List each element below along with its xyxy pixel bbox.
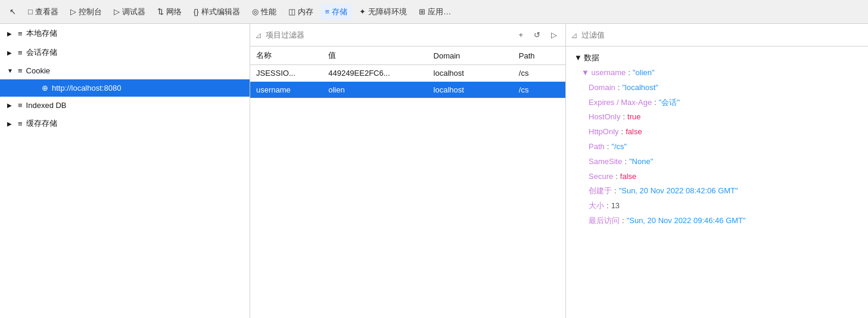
right-panel-toolbar: ⊿ (566, 24, 868, 47)
style-editor-icon: {} (194, 7, 199, 16)
right-panel-content: ▼ ▼ 数据 数据 ▼ username : "olien" Domain: "… (566, 47, 868, 318)
toolbar-cursor[interactable]: ↖ (5, 5, 21, 18)
table-row[interactable]: JSESSIO...449249EE2FC6...localhost/cs (250, 65, 565, 82)
col-header-path: Path (513, 47, 565, 65)
detail-key: HostOnly (589, 111, 620, 124)
col-header-name: 名称 (250, 47, 322, 65)
db-icon-session: ≡ (18, 48, 23, 57)
data-section-title: ▼ ▼ 数据 数据 (574, 53, 860, 63)
detail-value: 13 (611, 200, 620, 212)
sidebar-item-cookie[interactable]: ▼ ≡ Cookie (0, 62, 250, 79)
plus-icon: + (518, 30, 523, 39)
detail-row: HttpOnly: false (589, 126, 860, 138)
cursor-icon: ↖ (10, 7, 16, 16)
cell-value: olien (322, 82, 427, 98)
globe-icon: ⊕ (42, 84, 48, 92)
sidebar-item-cache-storage[interactable]: ▶ ≡ 缓存存储 (0, 114, 250, 133)
refresh-button[interactable]: ↺ (530, 29, 544, 41)
detail-key: Secure (589, 171, 613, 183)
username-colon: : (628, 67, 630, 79)
console-label: 控制台 (79, 7, 102, 17)
detail-value: "/cs" (611, 141, 627, 153)
right-panel: ⊿ ▼ ▼ 数据 数据 ▼ username : "olien" Domain:… (566, 24, 868, 318)
cell-domain: localhost (428, 65, 513, 82)
performance-icon: ◎ (252, 7, 259, 16)
detail-row: 创建于: "Sun, 20 Nov 2022 08:42:06 GMT" (589, 185, 860, 197)
refresh-icon: ↺ (534, 30, 540, 39)
data-arrow-down-icon: ▼ (574, 53, 584, 62)
console-icon: ▷ (70, 7, 76, 16)
arrow-down-icon-cookie: ▼ (7, 67, 14, 74)
sidebar-label-cache-storage: 缓存存储 (26, 118, 57, 129)
viewer-icon: □ (28, 7, 33, 16)
username-key: ▼ username (581, 67, 626, 79)
application-label: 应用… (428, 7, 451, 17)
play-icon: ▷ (551, 30, 557, 39)
add-item-button[interactable]: + (515, 29, 527, 41)
detail-row: Path: "/cs" (589, 141, 860, 153)
cookie-table: 名称 值 Domain Path JSESSIO...449 (250, 47, 565, 98)
detail-row: 大小: 13 (589, 200, 860, 212)
toolbar-viewer[interactable]: □ 查看器 (23, 4, 63, 20)
toolbar-style-editor[interactable]: {} 样式编辑器 (189, 4, 245, 20)
sidebar-item-session-storage[interactable]: ▶ ≡ 会话存储 (0, 43, 250, 62)
middle-panel: ⊿ + ↺ ▷ 名称 (250, 24, 566, 318)
detail-key: 创建于 (589, 185, 612, 197)
middle-panel-toolbar: ⊿ + ↺ ▷ (250, 24, 565, 47)
detail-value: "Sun, 20 Nov 2022 09:46:46 GMT" (627, 215, 746, 227)
storage-label: 存储 (332, 7, 347, 17)
toolbar-memory[interactable]: ◫ 内存 (284, 4, 318, 20)
sidebar-item-localhost[interactable]: ▶ ⊕ http://localhost:8080 (0, 79, 250, 97)
value-filter-input[interactable] (581, 30, 863, 39)
col-header-domain: Domain (428, 47, 513, 65)
cell-path: /cs (513, 82, 565, 98)
play-button[interactable]: ▷ (547, 29, 561, 41)
toolbar-debugger[interactable]: ▷ 调试器 (109, 4, 150, 20)
table-header-row: 名称 值 Domain Path (250, 47, 565, 65)
cell-domain: localhost (428, 82, 513, 98)
detail-value: "localhost" (622, 82, 658, 94)
detail-key: Path (589, 141, 605, 153)
toolbar-console[interactable]: ▷ 控制台 (66, 4, 107, 20)
detail-key: 大小 (589, 200, 604, 212)
cookie-table-body: JSESSIO...449249EE2FC6...localhost/csuse… (250, 65, 565, 98)
toolbar-accessibility[interactable]: ✦ 无障碍环境 (354, 4, 412, 20)
application-icon: ⊞ (419, 7, 425, 16)
detail-rows: Domain: "localhost"Expires / Max-Age: "会… (589, 82, 860, 227)
sidebar-label-indexed-db: Indexed DB (26, 101, 67, 110)
filter-icon-right: ⊿ (571, 30, 578, 40)
detail-key: SameSite (589, 156, 622, 168)
toolbar-network[interactable]: ⇅ 网络 (153, 4, 186, 20)
detail-key: Domain (589, 82, 615, 94)
sidebar-item-indexed-db[interactable]: ▶ ≡ Indexed DB (0, 97, 250, 114)
sidebar: ▶ ≡ 本地存储 ▶ ≡ 会话存储 ▼ ≡ Cookie ▶ ⊕ http://… (0, 24, 250, 318)
debugger-label: 调试器 (122, 7, 145, 17)
username-value: "olien" (633, 67, 655, 79)
db-icon-cache: ≡ (18, 119, 23, 128)
sidebar-label-session-storage: 会话存储 (26, 47, 57, 58)
detail-value: true (627, 111, 640, 124)
db-icon-indexed: ≡ (18, 101, 23, 110)
arrow-right-icon-cache: ▶ (7, 121, 14, 127)
memory-label: 内存 (298, 7, 313, 17)
cookie-table-container: 名称 值 Domain Path JSESSIO...449 (250, 47, 565, 318)
cell-value: 449249EE2FC6... (322, 65, 427, 82)
storage-icon: ≡ (325, 7, 330, 16)
item-filter-input[interactable] (266, 30, 361, 39)
detail-row: Expires / Max-Age: "会话" (589, 97, 860, 109)
detail-key: 最后访问 (589, 215, 620, 227)
detail-row: Secure: false (589, 171, 860, 183)
top-toolbar: ↖ □ 查看器 ▷ 控制台 ▷ 调试器 ⇅ 网络 {} 样式编辑器 ◎ 性能 ◫… (0, 0, 868, 24)
db-icon-cookie: ≡ (18, 66, 23, 75)
toolbar-performance[interactable]: ◎ 性能 (247, 4, 281, 20)
toolbar-storage[interactable]: ≡ 存储 (321, 4, 353, 20)
arrow-right-icon: ▶ (7, 30, 14, 37)
sidebar-item-local-storage[interactable]: ▶ ≡ 本地存储 (0, 24, 250, 43)
toolbar-application[interactable]: ⊞ 应用… (414, 4, 456, 20)
accessibility-icon: ✦ (359, 7, 366, 16)
sidebar-label-cookie: Cookie (26, 66, 50, 75)
memory-icon: ◫ (288, 7, 295, 16)
network-label: 网络 (166, 7, 182, 17)
cell-path: /cs (513, 65, 565, 82)
table-row[interactable]: usernameolienlocalhost/cs (250, 82, 565, 98)
